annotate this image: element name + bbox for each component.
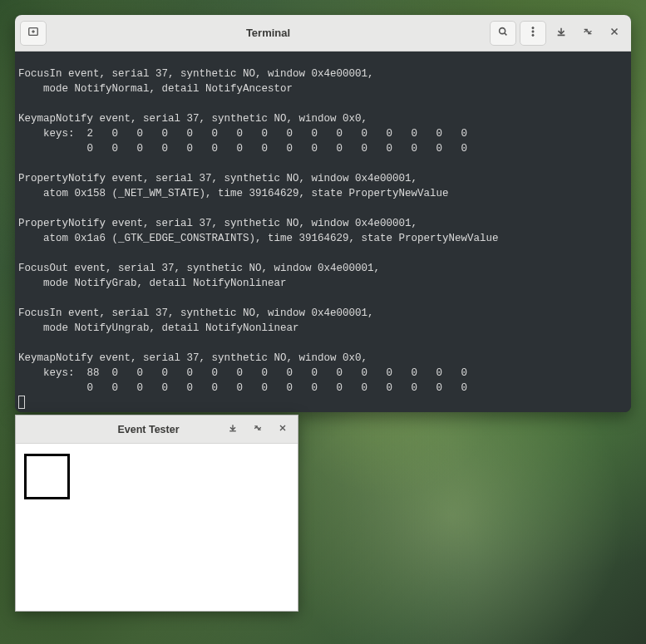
event-tester-titlebar[interactable]: Event Tester: [16, 415, 298, 444]
event-tester-title: Event Tester: [72, 424, 224, 435]
event-tester-controls: [224, 421, 291, 438]
svg-point-3: [532, 31, 534, 32]
minimize-icon: [555, 26, 567, 40]
titlebar-right-controls: [490, 21, 626, 46]
new-tab-button[interactable]: [20, 21, 47, 46]
et-maximize-button[interactable]: [249, 421, 266, 438]
event-tester-window: Event Tester: [15, 415, 298, 612]
terminal-output-area[interactable]: FocusIn event, serial 37, synthetic NO, …: [15, 52, 631, 412]
terminal-window: Terminal: [15, 15, 631, 412]
et-close-button[interactable]: [274, 421, 291, 438]
new-tab-icon: [27, 26, 39, 40]
titlebar-left-controls: [20, 21, 47, 46]
close-icon: [609, 26, 620, 40]
menu-button[interactable]: [520, 21, 546, 46]
terminal-titlebar[interactable]: Terminal: [15, 15, 631, 52]
event-tester-square: [24, 454, 70, 499]
event-tester-body[interactable]: [16, 444, 298, 611]
menu-icon: [527, 26, 539, 40]
minimize-button[interactable]: [550, 21, 573, 46]
maximize-icon: [582, 26, 594, 40]
svg-point-2: [532, 27, 534, 28]
search-button[interactable]: [490, 21, 516, 46]
svg-point-4: [532, 34, 534, 36]
minimize-icon: [228, 423, 238, 435]
svg-point-1: [500, 28, 505, 34]
terminal-cursor: [18, 396, 25, 409]
terminal-title: Terminal: [47, 27, 490, 39]
close-icon: [278, 423, 288, 435]
terminal-output-text: FocusIn event, serial 37, synthetic NO, …: [18, 68, 499, 394]
et-minimize-button[interactable]: [224, 421, 241, 438]
maximize-button[interactable]: [576, 21, 599, 46]
maximize-icon: [253, 423, 263, 435]
search-icon: [497, 26, 509, 40]
close-button[interactable]: [603, 21, 626, 46]
